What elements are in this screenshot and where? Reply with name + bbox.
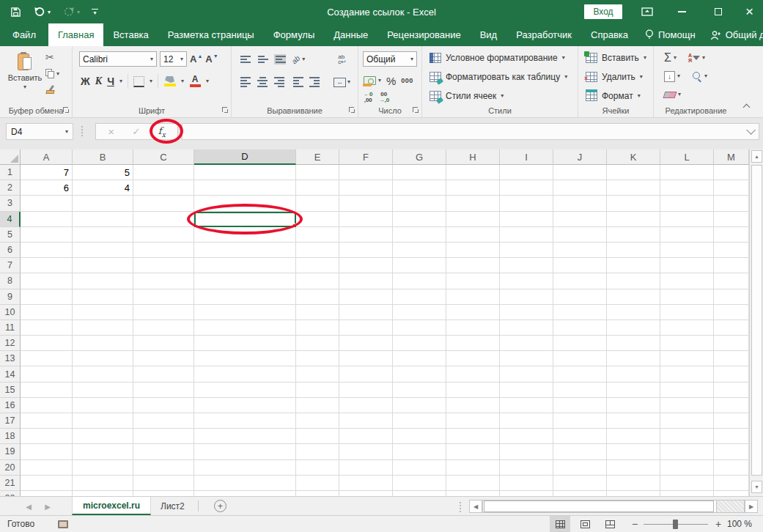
font-dialog-launcher[interactable] <box>222 107 229 114</box>
row-header-22[interactable]: 22 <box>0 491 21 496</box>
column-header-H[interactable]: H <box>446 149 500 165</box>
cell-M22[interactable] <box>714 491 749 496</box>
cell-C22[interactable] <box>133 491 194 496</box>
cell-F16[interactable] <box>339 398 393 413</box>
cell-E4[interactable] <box>296 212 339 227</box>
cell-A11[interactable] <box>21 320 73 336</box>
select-all-corner[interactable] <box>0 149 21 165</box>
cell-H8[interactable] <box>446 273 500 289</box>
row-header-16[interactable]: 16 <box>0 398 21 413</box>
align-bottom-icon[interactable] <box>274 54 286 64</box>
cell-L17[interactable] <box>660 413 714 429</box>
cell-L22[interactable] <box>660 491 714 496</box>
font-size-combobox[interactable]: 12▾ <box>160 51 187 67</box>
cell-I12[interactable] <box>500 336 553 351</box>
cell-I5[interactable] <box>500 227 553 243</box>
cell-L10[interactable] <box>660 305 714 320</box>
cell-H20[interactable] <box>446 460 500 476</box>
cell-C8[interactable] <box>133 273 194 289</box>
cell-L4[interactable] <box>660 212 714 227</box>
insert-function-icon[interactable]: fx <box>158 125 166 138</box>
cell-K2[interactable] <box>607 180 660 196</box>
cell-H18[interactable] <box>446 429 500 444</box>
cell-I10[interactable] <box>500 305 553 320</box>
tab-formulas[interactable]: Формулы <box>264 23 325 46</box>
cell-H6[interactable] <box>446 243 500 258</box>
cell-G1[interactable] <box>393 165 446 180</box>
cell-K6[interactable] <box>607 243 660 258</box>
cell-I13[interactable] <box>500 351 553 366</box>
cell-J5[interactable] <box>553 227 607 243</box>
tab-data[interactable]: Данные <box>324 23 377 46</box>
cell-E17[interactable] <box>296 413 339 429</box>
cell-C16[interactable] <box>133 398 194 413</box>
cell-J22[interactable] <box>553 491 607 496</box>
cell-B7[interactable] <box>73 258 133 273</box>
cell-I21[interactable] <box>500 476 553 491</box>
cell-E2[interactable] <box>296 180 339 196</box>
conditional-formatting-button[interactable]: Условное форматирование▾ <box>430 50 565 66</box>
tab-insert[interactable]: Вставка <box>103 23 158 46</box>
sheet-tab-2[interactable]: Лист2 <box>150 497 195 515</box>
enter-icon[interactable]: ✓ <box>132 126 140 137</box>
cell-D10[interactable] <box>194 305 296 320</box>
row-header-11[interactable]: 11 <box>0 320 21 336</box>
cell-D1[interactable] <box>194 165 296 180</box>
cancel-icon[interactable]: × <box>108 126 114 137</box>
tab-home[interactable]: Главная <box>48 23 103 46</box>
scroll-left-icon[interactable]: ◀ <box>469 500 482 513</box>
cell-G10[interactable] <box>393 305 446 320</box>
zoom-out-button[interactable]: − <box>629 516 641 532</box>
cell-L6[interactable] <box>660 243 714 258</box>
column-header-K[interactable]: K <box>607 149 660 165</box>
cell-A18[interactable] <box>21 429 73 444</box>
row-header-8[interactable]: 8 <box>0 273 21 289</box>
cell-D6[interactable] <box>194 243 296 258</box>
cell-E1[interactable] <box>296 165 339 180</box>
cell-F1[interactable] <box>339 165 393 180</box>
decrease-decimal-icon[interactable]: 00→,0 <box>378 92 389 103</box>
cell-E16[interactable] <box>296 398 339 413</box>
wrap-text-icon[interactable]: abc↩ <box>338 54 346 64</box>
cell-M21[interactable] <box>714 476 749 491</box>
scroll-up-icon[interactable]: ▲ <box>751 150 762 163</box>
cell-K9[interactable] <box>607 289 660 305</box>
cell-B8[interactable] <box>73 273 133 289</box>
cell-F15[interactable] <box>339 383 393 398</box>
cell-F5[interactable] <box>339 227 393 243</box>
cell-C11[interactable] <box>133 320 194 336</box>
percent-style-button[interactable]: % <box>386 75 396 87</box>
tab-help[interactable]: Справка <box>581 23 638 46</box>
cell-A17[interactable] <box>21 413 73 429</box>
cell-E8[interactable] <box>296 273 339 289</box>
cell-K21[interactable] <box>607 476 660 491</box>
format-painter-icon[interactable] <box>45 85 56 95</box>
sheet-prev-icon[interactable]: ◀ <box>21 497 37 516</box>
cell-E6[interactable] <box>296 243 339 258</box>
cell-H4[interactable] <box>446 212 500 227</box>
cell-I11[interactable] <box>500 320 553 336</box>
cell-M1[interactable] <box>714 165 749 180</box>
cell-C3[interactable] <box>133 196 194 211</box>
cell-K4[interactable] <box>607 212 660 227</box>
cell-J3[interactable] <box>553 196 607 211</box>
cell-M5[interactable] <box>714 227 749 243</box>
cell-E20[interactable] <box>296 460 339 476</box>
fill-color-dropdown-icon[interactable]: ▾ <box>181 78 184 84</box>
cell-A20[interactable] <box>21 460 73 476</box>
vertical-scrollbar[interactable]: ▲ ▼ <box>749 149 763 496</box>
sort-filter-button[interactable]: АЯ ▾ <box>688 53 705 63</box>
column-header-M[interactable]: M <box>714 149 749 165</box>
cell-G18[interactable] <box>393 429 446 444</box>
paste-button[interactable]: Вставить ▾ <box>6 51 44 105</box>
cell-J7[interactable] <box>553 258 607 273</box>
close-button[interactable]: × <box>736 0 763 23</box>
row-header-5[interactable]: 5 <box>0 227 21 243</box>
cell-L13[interactable] <box>660 351 714 366</box>
macro-record-icon[interactable] <box>58 520 68 528</box>
cell-J21[interactable] <box>553 476 607 491</box>
row-header-7[interactable]: 7 <box>0 258 21 273</box>
cell-F3[interactable] <box>339 196 393 211</box>
row-header-9[interactable]: 9 <box>0 289 21 305</box>
cell-G6[interactable] <box>393 243 446 258</box>
